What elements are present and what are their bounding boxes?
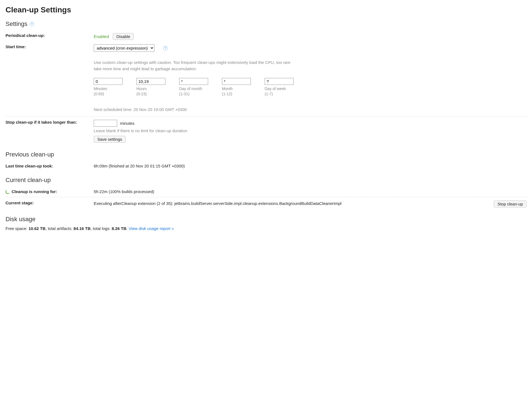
- cron-dow-label: Day of week: [265, 86, 294, 91]
- cron-dow-range: (1-7): [265, 92, 294, 96]
- settings-heading-text: Settings: [6, 20, 28, 28]
- cron-hours-label: Hours: [136, 86, 165, 91]
- periodical-label: Periodical clean-up:: [6, 31, 94, 42]
- cron-hours-input[interactable]: [136, 78, 165, 85]
- cron-dom-input[interactable]: [179, 78, 208, 85]
- disk-usage-line: Free space: 10.62 TB, total artifacts: 8…: [6, 226, 526, 231]
- start-time-select[interactable]: advanced (cron expression): [94, 44, 154, 52]
- free-value: 10.62 TB: [28, 226, 45, 231]
- cron-minutes-input[interactable]: [94, 78, 123, 85]
- duration-hint: Leave blank if there is no limit for cle…: [94, 128, 526, 133]
- artifacts-value: 84.16 TB: [74, 226, 91, 231]
- settings-heading: Settings ?: [6, 20, 526, 28]
- previous-heading: Previous clean-up: [6, 151, 526, 158]
- periodical-status: Enabled: [94, 34, 109, 39]
- stop-if-label: Stop clean-up if it takes longer than:: [6, 117, 94, 145]
- save-settings-button[interactable]: Save settings: [94, 136, 126, 143]
- stage-label: Current stage:: [6, 197, 94, 210]
- cron-month-label: Month: [222, 86, 251, 91]
- cron-minutes-range: (0-59): [94, 92, 123, 96]
- cron-dow-input[interactable]: [265, 78, 294, 85]
- current-heading: Current clean-up: [6, 177, 526, 184]
- running-value: 5h:22m (100% builds processed): [94, 187, 526, 197]
- disk-period: .: [127, 226, 129, 231]
- stop-cleanup-button[interactable]: Stop clean-up: [494, 201, 526, 207]
- cron-row: Minutes (0-59) Hours (0-23) Day of month…: [94, 78, 526, 96]
- disable-button[interactable]: Disable: [113, 33, 134, 40]
- help-icon[interactable]: ?: [163, 46, 168, 50]
- cron-dom-range: (1-31): [179, 92, 208, 96]
- disk-heading: Disk usage: [6, 216, 526, 223]
- logs-value: 8.26 TB: [112, 226, 126, 231]
- cron-month-range: (1-12): [222, 92, 251, 96]
- cron-hours-range: (0-23): [136, 92, 165, 96]
- previous-table: Last time clean-up took: 6h:09m (finishe…: [6, 161, 526, 170]
- cron-dom-label: Day of month: [179, 86, 208, 91]
- cron-minutes-label: Minutes: [94, 86, 123, 91]
- help-icon[interactable]: ?: [30, 22, 34, 26]
- caution-text: Use custom clean-up settings with cautio…: [94, 59, 292, 72]
- last-time-value: 6h:09m (finished at 20 Nov 20 01:15 GMT …: [94, 161, 526, 170]
- logs-label: , total logs:: [91, 226, 112, 231]
- next-scheduled: Next scheduled time: 20 Nov 20 19:00 GMT…: [94, 107, 526, 112]
- running-label: Cleanup is running for:: [12, 189, 57, 194]
- last-time-label: Last time clean-up took:: [6, 161, 94, 170]
- current-table: Cleanup is running for: 5h:22m (100% bui…: [6, 187, 526, 210]
- cron-month-input[interactable]: [222, 78, 251, 85]
- page-title: Clean-up Settings: [6, 6, 526, 14]
- duration-unit: minutes: [120, 121, 135, 126]
- start-time-label: Start time:: [6, 42, 94, 117]
- settings-form: Periodical clean-up: Enabled Disable Sta…: [6, 31, 526, 145]
- free-label: Free space:: [6, 226, 28, 231]
- artifacts-label: , total artifacts:: [45, 226, 74, 231]
- stage-value: Executing afterCleanup extension (2 of 3…: [94, 201, 491, 207]
- duration-input[interactable]: [94, 120, 117, 127]
- spinner-icon: [6, 189, 10, 194]
- disk-report-link[interactable]: View disk usage report »: [129, 226, 174, 231]
